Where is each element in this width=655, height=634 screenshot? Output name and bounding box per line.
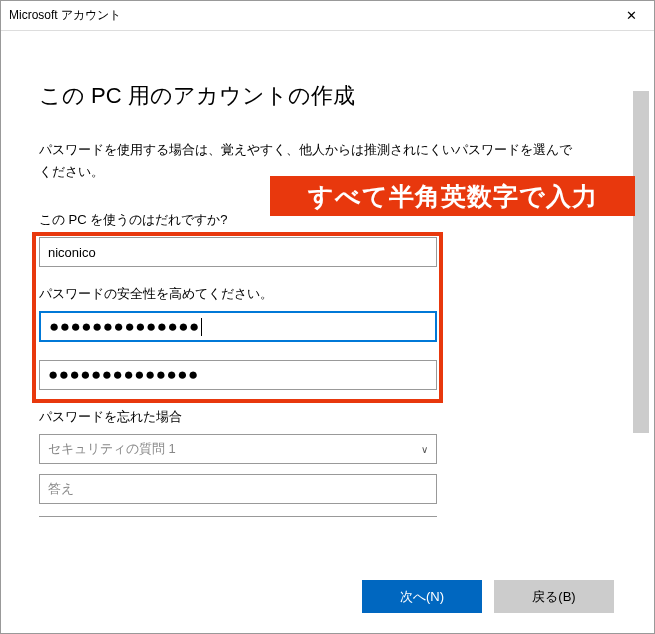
- annotation-banner: すべて半角英数字で入力: [270, 176, 635, 216]
- scrollbar[interactable]: [633, 91, 649, 433]
- content-area: この PC 用のアカウントの作成 パスワードを使用する場合は、覚えやすく、他人か…: [1, 31, 654, 633]
- form-container: この PC を使うのはだれですか? パスワードの安全性を高めてください。 ●●●…: [39, 211, 604, 517]
- scrollbar-thumb[interactable]: [633, 91, 649, 433]
- page-title: この PC 用のアカウントの作成: [39, 81, 604, 111]
- answer-input[interactable]: 答え: [39, 474, 437, 504]
- security-question-placeholder: セキュリティの質問 1: [48, 440, 176, 458]
- security-question-select[interactable]: セキュリティの質問 1 ∨: [39, 434, 437, 464]
- window-title: Microsoft アカウント: [9, 7, 121, 24]
- close-icon: ✕: [626, 8, 637, 23]
- password-confirm-input[interactable]: ●●●●●●●●●●●●●●: [39, 360, 437, 390]
- text-cursor: [201, 318, 202, 336]
- titlebar: Microsoft アカウント ✕: [1, 1, 654, 31]
- next-button[interactable]: 次へ(N): [362, 580, 482, 613]
- password-label: パスワードの安全性を高めてください。: [39, 285, 604, 303]
- back-button[interactable]: 戻る(B): [494, 580, 614, 613]
- divider-cut: [39, 516, 437, 517]
- password-input[interactable]: ●●●●●●●●●●●●●●: [39, 311, 437, 342]
- chevron-down-icon: ∨: [421, 444, 428, 455]
- answer-placeholder: 答え: [48, 480, 74, 498]
- button-bar: 次へ(N) 戻る(B): [362, 580, 614, 613]
- forgot-password-label: パスワードを忘れた場合: [39, 408, 604, 426]
- close-button[interactable]: ✕: [609, 1, 654, 31]
- username-input[interactable]: [39, 237, 437, 267]
